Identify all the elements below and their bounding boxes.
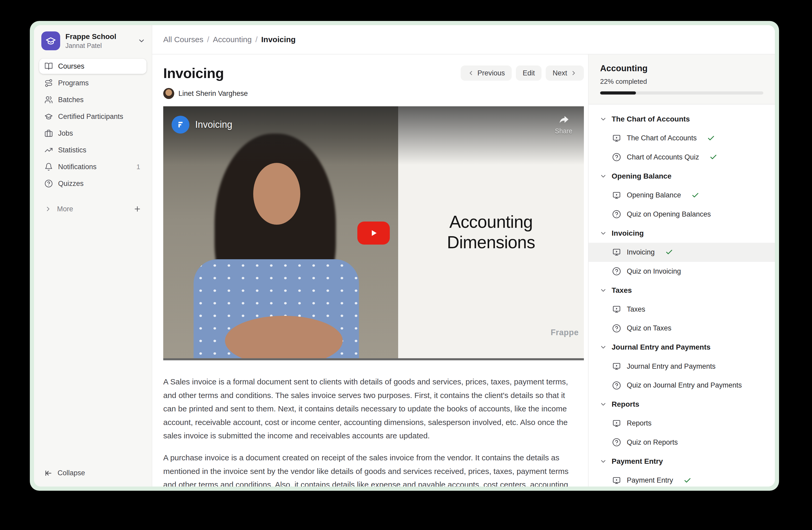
outline-quiz[interactable]: Quiz on Taxes xyxy=(589,319,775,338)
outline-lesson-active[interactable]: Invoicing xyxy=(589,243,775,262)
frappe-watermark: Frappe xyxy=(551,328,579,337)
edit-label: Edit xyxy=(523,69,535,77)
outline-lesson[interactable]: Opening Balance xyxy=(589,186,775,205)
lesson-icon xyxy=(612,419,621,428)
sidebar-item-certified-participants[interactable]: Certified Participants xyxy=(39,109,146,124)
breadcrumb-separator: / xyxy=(207,35,209,44)
breadcrumb: All Courses / Accounting / Invoicing xyxy=(152,25,775,54)
chevron-down-icon xyxy=(599,344,607,351)
outline-lesson[interactable]: Journal Entry and Payments xyxy=(589,357,775,376)
quiz-icon xyxy=(612,153,621,162)
section-title: Reports xyxy=(612,400,639,408)
sidebar-item-label: Notifications xyxy=(58,163,97,171)
lesson-label: Invoicing xyxy=(627,248,655,256)
chevron-down-icon xyxy=(599,458,607,465)
outline-lesson[interactable]: The Chart of Accounts xyxy=(589,129,775,148)
check-icon xyxy=(665,248,673,256)
video-player[interactable]: Accounting Dimensions Invoicing xyxy=(163,106,584,360)
outline-section-journal-entry[interactable]: Journal Entry and Payments xyxy=(589,338,775,357)
outline-quiz[interactable]: Quiz on Journal Entry and Payments xyxy=(589,376,775,395)
author-row: Linet Sherin Varghese xyxy=(163,88,588,99)
youtube-play-button[interactable] xyxy=(357,222,390,245)
chevron-down-icon xyxy=(599,401,607,408)
breadcrumb-accounting[interactable]: Accounting xyxy=(213,35,252,44)
frappe-channel-avatar[interactable] xyxy=(172,116,189,134)
lesson-label: Taxes xyxy=(627,305,646,313)
check-icon xyxy=(692,192,699,199)
outline-section-invoicing[interactable]: Invoicing xyxy=(589,224,775,243)
lesson-icon xyxy=(612,476,621,485)
video-progress-bar[interactable] xyxy=(163,358,584,360)
sidebar-collapse-button[interactable]: Collapse xyxy=(34,469,152,487)
author-name: Linet Sherin Varghese xyxy=(178,89,248,98)
previous-button[interactable]: Previous xyxy=(461,66,512,81)
lesson-paragraph: A purchase invoice is a document created… xyxy=(163,451,578,487)
section-title: Journal Entry and Payments xyxy=(612,343,710,351)
sidebar-item-jobs[interactable]: Jobs xyxy=(39,126,146,141)
outline-lesson[interactable]: Reports xyxy=(589,414,775,433)
sidebar-item-label: Courses xyxy=(58,62,85,70)
video-share-button[interactable]: Share xyxy=(555,114,572,135)
school-name: Frappe School xyxy=(66,32,132,41)
sidebar-item-courses[interactable]: Courses xyxy=(39,59,146,74)
sidebar-item-notifications[interactable]: Notifications 1 xyxy=(39,159,146,175)
quiz-label: Quiz on Opening Balances xyxy=(627,210,711,219)
outline-quiz[interactable]: Quiz on Opening Balances xyxy=(589,205,775,224)
outline-section-payment-entry[interactable]: Payment Entry xyxy=(589,452,775,471)
lesson-icon xyxy=(612,248,621,256)
quiz-label: Quiz on Reports xyxy=(627,438,678,446)
sidebar-item-statistics[interactable]: Statistics xyxy=(39,142,146,158)
presenter-face xyxy=(253,163,300,225)
chevron-left-icon xyxy=(467,70,474,76)
graduation-cap-icon xyxy=(45,36,56,46)
outline-quiz[interactable]: Quiz on Reports xyxy=(589,433,775,452)
outline-lesson[interactable]: Payment Entry xyxy=(589,471,775,487)
lesson-icon xyxy=(612,134,621,143)
quiz-icon xyxy=(612,267,621,276)
video-top-gradient xyxy=(163,106,584,165)
lesson-label: Opening Balance xyxy=(627,191,681,199)
progress-fill xyxy=(600,92,636,95)
breadcrumb-separator: / xyxy=(255,35,257,44)
sidebar-nav: Courses Programs Batches Certified Parti… xyxy=(34,54,152,193)
screen: Frappe School Jannat Patel Courses Progr xyxy=(0,0,812,530)
outline-section-chart-of-accounts[interactable]: The Chart of Accounts xyxy=(589,110,775,129)
quiz-icon xyxy=(612,324,621,333)
collapse-arrow-icon xyxy=(44,469,52,477)
sidebar-item-batches[interactable]: Batches xyxy=(39,92,146,107)
outline-quiz[interactable]: Quiz on Invoicing xyxy=(589,262,775,281)
quiz-icon xyxy=(612,381,621,390)
lesson-label: Payment Entry xyxy=(627,476,673,485)
workspace-switcher[interactable]: Frappe School Jannat Patel xyxy=(34,25,152,54)
outline-section-taxes[interactable]: Taxes xyxy=(589,281,775,300)
outline-quiz[interactable]: Chart of Accounts Quiz xyxy=(589,148,775,167)
plus-icon[interactable] xyxy=(133,205,141,213)
collapse-label: Collapse xyxy=(58,469,85,477)
next-button[interactable]: Next xyxy=(546,66,584,81)
sidebar-item-quizzes[interactable]: Quizzes xyxy=(39,176,146,191)
slide-line-1: Accounting xyxy=(449,212,533,232)
frappe-school-logo xyxy=(41,31,60,50)
sidebar-item-label: Batches xyxy=(58,96,84,104)
share-arrow-icon xyxy=(557,114,570,126)
play-icon xyxy=(368,228,379,238)
more-label: More xyxy=(57,205,73,213)
outline-lesson[interactable]: Taxes xyxy=(589,300,775,319)
outline-section-opening-balance[interactable]: Opening Balance xyxy=(589,167,775,186)
quiz-label: Quiz on Invoicing xyxy=(627,267,681,276)
route-icon xyxy=(44,79,53,87)
app-window: Frappe School Jannat Patel Courses Progr xyxy=(30,21,779,491)
lesson-label: The Chart of Accounts xyxy=(627,134,697,142)
edit-button[interactable]: Edit xyxy=(516,66,542,81)
progress-track xyxy=(600,92,763,95)
sidebar-item-programs[interactable]: Programs xyxy=(39,75,146,90)
sidebar-item-label: Jobs xyxy=(58,129,73,138)
previous-label: Previous xyxy=(477,69,505,77)
chevron-down-icon xyxy=(599,229,607,237)
check-icon xyxy=(707,134,715,142)
breadcrumb-all-courses[interactable]: All Courses xyxy=(163,35,203,44)
sidebar-more[interactable]: More xyxy=(39,201,146,216)
outline-section-reports[interactable]: Reports xyxy=(589,395,775,414)
video-title[interactable]: Invoicing xyxy=(195,119,232,130)
chevron-down-icon xyxy=(599,287,607,294)
